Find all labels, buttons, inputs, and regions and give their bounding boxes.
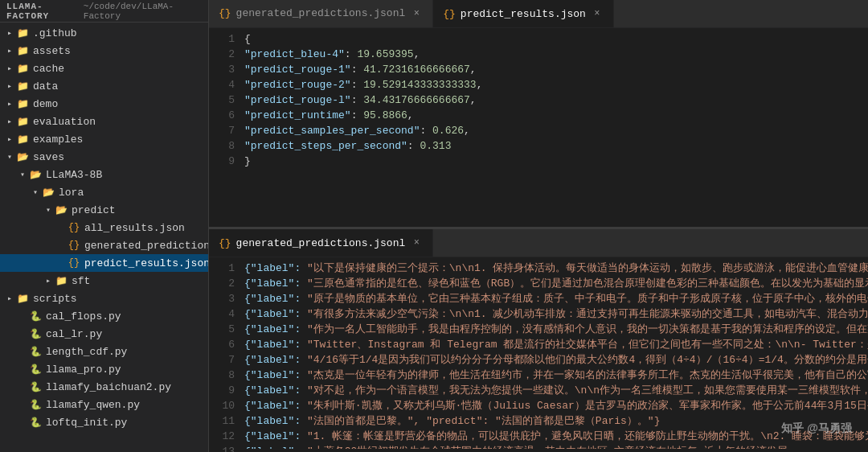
tree-item-label: predict [72,204,116,216]
code-line: {"label": "三原色通常指的是红色、绿色和蓝色（RGB）。它们是通过加色… [244,276,868,291]
tree-item-label: length_cdf.py [46,346,127,358]
folder-icon: 📁 [16,133,29,146]
line-number: 7 [209,352,235,368]
folder-arrow-icon: ▾ [29,186,42,199]
tree-item-label: lora [59,187,84,199]
tree-item-label: all_results.json [84,222,185,234]
code-line: "predict_rouge-l": 34.43176666666667, [244,92,868,108]
json-key: "predict_bleu-4" [244,48,345,60]
sidebar-tree: ▸ 📁 .github ▸ 📁 assets ▸ 📁 cache ▸ 📁 dat… [0,23,208,452]
code-line: {"label": "以下是保持健康的三个提示：\n\n1. 保持身体活动。每天… [244,261,868,276]
sidebar: LLAMA-FACTORY ~/code/dev/LLaMA-Factory ▸… [0,0,209,452]
sidebar-item-scripts[interactable]: ▸ 📁 scripts [0,290,208,307]
json-comma: , [414,48,420,60]
json-value: 0.626 [432,125,464,137]
bottom-tab[interactable]: {} generated_predictions.jsonl × [209,229,433,257]
folder-icon: 📂 [55,203,68,216]
tab-generated[interactable]: {} generated_predictions.jsonl × [209,0,433,27]
line-number: 6 [209,108,235,123]
tree-item-label: llamafy_baichuan2.py [46,381,171,393]
sidebar-item-cache[interactable]: ▸ 📁 cache [0,60,208,77]
json-key: "predict_samples_per_second" [244,125,420,137]
sidebar-path: ~/code/dev/LLaMA-Factory [84,2,202,21]
top-code-lines[interactable]: { "predict_bleu-4": 19.659395, "predict_… [241,31,868,224]
code-line: {"label": "原子是物质的基本单位，它由三种基本粒子组成：质子、中子和电… [244,291,868,306]
sidebar-item-llama_pro[interactable]: 🐍 llama_pro.py [0,360,208,378]
line-number: 6 [209,337,235,352]
sidebar-item-data[interactable]: ▸ 📁 data [0,77,208,95]
json-bracket: } [244,155,251,167]
tab-json-icon: {} [219,7,231,19]
tree-item-label: .github [33,27,77,39]
json-label-key: {"label": [244,262,307,274]
sidebar-item-evaluation[interactable]: ▸ 📁 evaluation [0,113,208,130]
sidebar-item-assets[interactable]: ▸ 📁 assets [0,42,208,60]
line-number: 3 [209,62,235,77]
sidebar-item-cal_lr[interactable]: 🐍 cal_lr.py [0,325,208,343]
json-label-key: {"label": [244,293,307,305]
json-key: "predict_rouge-l" [244,94,351,106]
line-number: 4 [209,306,235,322]
sidebar-item-sft[interactable]: ▸ 📁 sft [0,272,208,290]
line-number: 12 [209,429,235,444]
code-line: {"label": "Twitter、Instagram 和 Telegram … [244,337,868,352]
py-file-icon: 🐍 [29,416,42,429]
json-value: 34.43176666666667 [363,94,470,106]
sidebar-item-generated_pred[interactable]: {} generated_predictions.jsonl [0,236,208,254]
sidebar-item-examples[interactable]: ▸ 📁 examples [0,130,208,148]
folder-arrow-icon: ▸ [3,80,16,92]
tab-json-icon: {} [443,8,456,20]
sidebar-item-length_cdf[interactable]: 🐍 length_cdf.py [0,343,208,360]
code-line: "predict_steps_per_second": 0.313 [244,138,868,154]
folder-icon: 📁 [16,44,29,57]
sidebar-item-github[interactable]: ▸ 📁 .github [0,24,208,42]
code-line: } [244,154,868,169]
code-line: {"label": "法国的首都是巴黎。", "predict": "法国的首都… [244,413,868,429]
sidebar-item-llamafy_qwen[interactable]: 🐍 llamafy_qwen.py [0,396,208,413]
json-value: 0.313 [420,140,451,152]
folder-icon: 📁 [55,274,68,287]
sidebar-item-all_results[interactable]: {} all_results.json [0,219,208,236]
line-number: 9 [209,154,235,169]
sidebar-item-lora[interactable]: ▾ 📂 lora [0,183,208,201]
sidebar-item-loftq_init[interactable]: 🐍 loftq_init.py [0,413,208,431]
json-comma: , [464,125,470,137]
json-file-icon: {} [68,257,80,269]
tree-item-label: cache [33,63,64,75]
code-line: {"label": "有很多方法来减少空气污染：\n\n1. 减少机动车排放：通… [244,306,868,322]
json-label-value: "4/16等于1/4是因为我们可以约分分子分母都除以他们的最大公约数4，得到（4… [307,354,868,366]
code-line: "predict_rouge-2": 19.529143333333333, [244,77,868,92]
tab-close-button[interactable]: × [591,7,604,20]
folder-arrow-icon: ▾ [42,203,55,216]
py-file-icon: 🐍 [29,380,42,393]
sidebar-item-predict_results[interactable]: {} predict_results.json [0,254,208,272]
folder-arrow-icon: ▸ [3,133,16,146]
bottom-code-lines[interactable]: {"label": "以下是保持健康的三个提示：\n\n1. 保持身体活动。每天… [241,261,868,449]
json-label-key: {"label": [244,323,307,335]
folder-icon: 📁 [16,62,29,75]
json-label-value: "杰克是一位年轻有为的律师，他生活在纽约市，并在一家知名的法律事务所工作。杰克的… [307,369,868,381]
tree-item-label: sft [72,275,90,287]
code-line: "predict_rouge-1": 41.72316166666667, [244,62,868,77]
tree-item-label: cal_flops.py [46,310,121,323]
tree-item-label: llama_pro.py [46,364,121,376]
py-file-icon: 🐍 [29,345,42,358]
line-number: 1 [209,261,235,276]
json-label-value: "三原色通常指的是红色、绿色和蓝色（RGB）。它们是通过加色混合原理创建色彩的三… [307,277,868,290]
json-label-value: "以下是保持健康的三个提示：\n\n1. 保持身体活动。每天做适当的身体运动，如… [307,262,868,274]
tab-close-button[interactable]: × [410,7,423,20]
sidebar-item-predict[interactable]: ▾ 📂 predict [0,201,208,219]
sidebar-item-demo[interactable]: ▸ 📁 demo [0,95,208,113]
sidebar-item-cal_flops[interactable]: 🐍 cal_flops.py [0,307,208,325]
tab-predict[interactable]: {} predict_results.json × [433,0,614,27]
tree-item-label: examples [33,134,83,146]
bottom-line-numbers: 12345678910111213 [209,261,241,449]
folder-icon: 📂 [29,168,42,181]
line-number: 9 [209,383,235,398]
code-line: { [244,31,868,47]
sidebar-item-llamafy_baichuan2[interactable]: 🐍 llamafy_baichuan2.py [0,378,208,396]
sidebar-item-llama3-8b[interactable]: ▾ 📂 LLaMA3-8B [0,166,208,183]
bottom-tab-label: generated_predictions.jsonl [236,237,406,249]
bottom-tab-close-button[interactable]: × [410,236,423,249]
sidebar-item-saves[interactable]: ▾ 📂 saves [0,148,208,166]
